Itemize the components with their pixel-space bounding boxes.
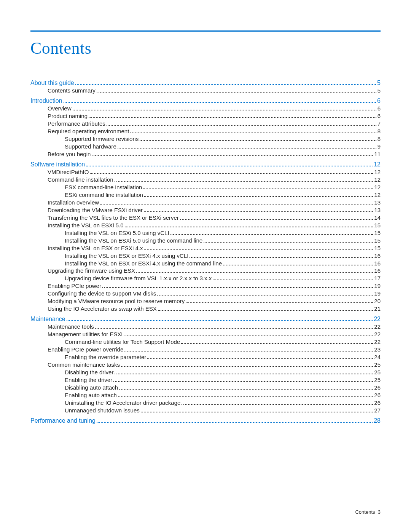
toc-leader-dots bbox=[136, 268, 373, 273]
toc-entry[interactable]: Enabling auto attach26 bbox=[65, 391, 381, 399]
toc-entry[interactable]: Enabling the driver25 bbox=[65, 376, 381, 384]
toc-entry[interactable]: Enabling the override parameter24 bbox=[65, 353, 381, 361]
toc-entry-page: 21 bbox=[374, 305, 381, 313]
toc-entry[interactable]: Supported firmware revisions8 bbox=[65, 135, 381, 143]
toc-entry-label: Overview bbox=[48, 105, 72, 112]
toc-entry-page: 14 bbox=[374, 214, 381, 222]
toc-entry[interactable]: Maintenance tools22 bbox=[48, 323, 381, 331]
toc-section-entry[interactable]: Software installation12 bbox=[30, 160, 381, 168]
toc-leader-dots bbox=[107, 121, 376, 126]
toc-entry-label: VMDirectPathIO bbox=[48, 168, 89, 176]
toc-entry[interactable]: Product naming6 bbox=[48, 112, 381, 120]
toc-entry[interactable]: Transferring the VSL files to the ESX or… bbox=[48, 214, 381, 222]
toc-leader-dots bbox=[124, 331, 373, 336]
toc-entry[interactable]: ESXi command line installation12 bbox=[65, 191, 381, 199]
toc-leader-dots bbox=[124, 347, 373, 351]
toc-entry[interactable]: VMDirectPathIO12 bbox=[48, 168, 381, 176]
toc-entry-label: ESXi command line installation bbox=[65, 191, 143, 199]
toc-entry-label: Performance and tuning bbox=[30, 417, 96, 425]
toc-entry-label: Maintenance tools bbox=[48, 323, 94, 331]
toc-entry[interactable]: Configuring the device to support VM dis… bbox=[48, 290, 381, 297]
toc-entry-label: Enabling PCIe power bbox=[48, 282, 101, 290]
toc-entry-page: 22 bbox=[374, 315, 381, 323]
toc-entry[interactable]: Before you begin11 bbox=[48, 150, 381, 158]
toc-entry-page: 16 bbox=[374, 267, 381, 275]
toc-entry[interactable]: Supported hardware9 bbox=[65, 143, 381, 150]
toc-entry[interactable]: Contents summary5 bbox=[48, 87, 381, 94]
toc-entry-label: Command-line utilities for Tech Support … bbox=[65, 338, 180, 346]
page-container: Contents About this guide5Contents summa… bbox=[0, 0, 411, 532]
toc-entry[interactable]: Downloading the VMware ESXi driver13 bbox=[48, 206, 381, 214]
toc-leader-dots bbox=[170, 230, 373, 235]
toc-entry-label: Installing the VSL on ESX or ESXi 4.x us… bbox=[65, 252, 188, 260]
toc-leader-dots bbox=[95, 324, 373, 329]
toc-entry[interactable]: Enabling PCIe power override23 bbox=[48, 346, 381, 353]
toc-entry[interactable]: Upgrading device firmware from VSL 1.x.x… bbox=[65, 275, 381, 282]
toc-entry-label: Upgrading the firmware using ESX bbox=[48, 267, 135, 275]
toc-entry[interactable]: Using the IO Accelerator as swap with ES… bbox=[48, 305, 381, 313]
toc-entry-page: 8 bbox=[378, 128, 381, 135]
toc-entry[interactable]: Modifying a VMware resource pool to rese… bbox=[48, 297, 381, 305]
toc-entry[interactable]: Disabling the driver25 bbox=[65, 369, 381, 376]
toc-entry[interactable]: Installation overview13 bbox=[48, 199, 381, 206]
toc-entry-page: 26 bbox=[374, 384, 381, 391]
toc-entry-page: 12 bbox=[374, 160, 381, 168]
toc-entry[interactable]: Installing the VSL on ESXi 5.0 using vCL… bbox=[65, 229, 381, 237]
top-rule bbox=[30, 30, 381, 32]
toc-entry-page: 6 bbox=[378, 105, 381, 112]
toc-section-entry[interactable]: About this guide5 bbox=[30, 79, 381, 87]
toc-entry[interactable]: Installing the VSL on ESXi 5.0 using the… bbox=[65, 237, 381, 244]
toc-entry[interactable]: Installing the VSL on ESXi 5.015 bbox=[48, 222, 381, 229]
toc-entry-page: 8 bbox=[378, 135, 381, 143]
toc-section-entry[interactable]: Performance and tuning28 bbox=[30, 417, 381, 425]
toc-leader-dots bbox=[86, 161, 373, 166]
toc-entry[interactable]: Installing the VSL on ESX or ESXi 4.x us… bbox=[65, 260, 381, 267]
toc-entry[interactable]: Common maintenance tasks25 bbox=[48, 361, 381, 369]
toc-leader-dots bbox=[147, 354, 373, 359]
toc-entry[interactable]: Unmanaged shutdown issues27 bbox=[65, 407, 381, 414]
toc-leader-dots bbox=[223, 260, 373, 265]
toc-entry-label: Transferring the VSL files to the ESX or… bbox=[48, 214, 179, 222]
toc-entry[interactable]: Performance attributes7 bbox=[48, 120, 381, 128]
toc-leader-dots bbox=[90, 169, 373, 174]
toc-entry[interactable]: Command-line utilities for Tech Support … bbox=[65, 338, 381, 346]
toc-leader-dots bbox=[190, 252, 373, 257]
toc-entry-label: Enabling PCIe power override bbox=[48, 346, 123, 353]
toc-leader-dots bbox=[158, 306, 373, 311]
toc-entry[interactable]: Overview6 bbox=[48, 105, 381, 112]
toc-entry-page: 6 bbox=[377, 97, 381, 105]
toc-entry[interactable]: Disabling auto attach26 bbox=[65, 384, 381, 391]
toc-entry[interactable]: Required operating environment8 bbox=[48, 128, 381, 135]
toc-entry-page: 15 bbox=[374, 229, 381, 237]
toc-entry[interactable]: Upgrading the firmware using ESX16 bbox=[48, 267, 381, 275]
toc-entry[interactable]: ESX command-line installation12 bbox=[65, 184, 381, 191]
toc-section-entry[interactable]: Introduction6 bbox=[30, 97, 381, 105]
toc-entry[interactable]: Installing the VSL on ESX or ESXi 4.x15 bbox=[48, 244, 381, 252]
toc-entry-page: 12 bbox=[374, 191, 381, 199]
toc-entry-page: 25 bbox=[374, 376, 381, 384]
toc-entry-page: 26 bbox=[374, 399, 381, 407]
toc-entry-label: Uninstalling the IO Accelerator driver p… bbox=[65, 399, 180, 407]
toc-entry-page: 19 bbox=[374, 290, 381, 297]
toc-entry-page: 25 bbox=[374, 369, 381, 376]
toc-entry[interactable]: Management utilities for ESXi22 bbox=[48, 331, 381, 338]
toc-leader-dots bbox=[75, 80, 376, 85]
toc-leader-dots bbox=[125, 222, 373, 227]
toc-entry[interactable]: Uninstalling the IO Accelerator driver p… bbox=[65, 399, 381, 407]
toc-entry[interactable]: Installing the VSL on ESX or ESXi 4.x us… bbox=[65, 252, 381, 260]
page-title: Contents bbox=[30, 38, 381, 58]
toc-entry-label: Upgrading device firmware from VSL 1.x.x… bbox=[65, 275, 212, 282]
toc-entry[interactable]: Command-line installation12 bbox=[48, 176, 381, 184]
toc-entry-label: Performance attributes bbox=[48, 120, 105, 128]
toc-entry-label: Using the IO Accelerator as swap with ES… bbox=[48, 305, 157, 313]
toc-entry-label: Maintenance bbox=[30, 315, 65, 323]
toc-entry-page: 12 bbox=[374, 168, 381, 176]
toc-entry-page: 5 bbox=[377, 79, 381, 87]
toc-leader-dots bbox=[186, 298, 373, 303]
toc-entry-label: Downloading the VMware ESXi driver bbox=[48, 206, 143, 214]
toc-section-entry[interactable]: Maintenance22 bbox=[30, 315, 381, 323]
toc-entry-label: Supported hardware bbox=[65, 143, 116, 150]
toc-entry[interactable]: Enabling PCIe power19 bbox=[48, 282, 381, 290]
footer-page-number: 3 bbox=[378, 509, 381, 515]
toc-entry-page: 22 bbox=[374, 323, 381, 331]
